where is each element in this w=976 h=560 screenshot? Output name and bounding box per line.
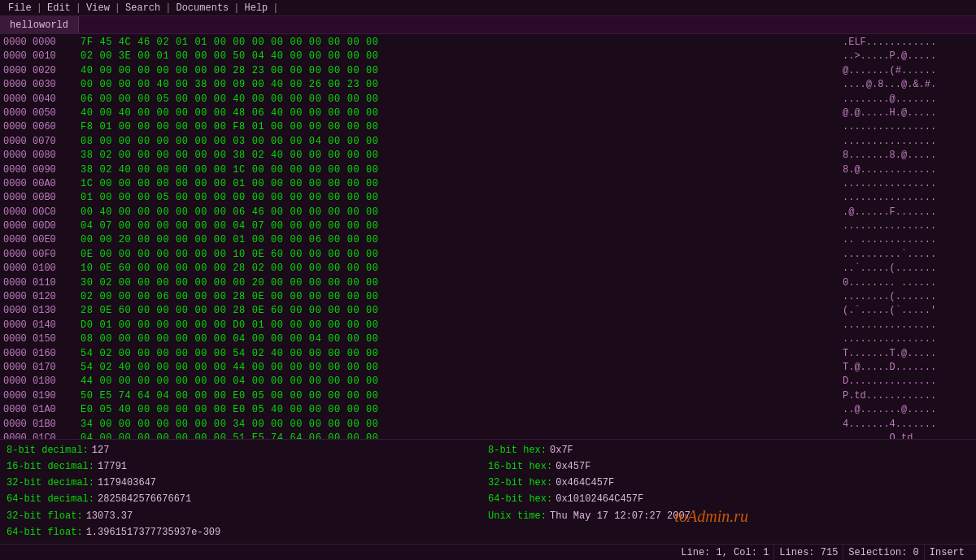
hex-row: 0000 005040 00 40 00 00 00 00 00 48 06 4… (3, 106, 973, 120)
hex-bytes: 54 02 40 00 00 00 00 00 44 00 00 00 00 0… (81, 361, 843, 375)
menu-help[interactable]: Help (239, 2, 272, 14)
bit16-hex-value: 0x457F (556, 459, 590, 475)
hex-row: 0000 004006 00 00 00 05 00 00 00 40 00 0… (3, 93, 973, 106)
hex-address: 0000 00E0 (3, 233, 81, 247)
hex-row: 0000 00E000 00 20 00 00 00 00 00 01 00 0… (3, 233, 973, 247)
hex-ascii: ................ (843, 319, 973, 332)
hex-row: 0000 015008 00 00 00 00 00 00 00 04 00 0… (3, 332, 973, 346)
hex-ascii: 0........ ...... (843, 276, 973, 290)
hex-row: 0000 0060F8 01 00 00 00 00 00 00 F8 01 0… (3, 120, 973, 134)
hex-address: 0000 0080 (3, 149, 81, 163)
hex-address: 0000 0140 (3, 319, 81, 332)
hex-ascii: ..@.......@..... (843, 403, 973, 417)
hex-address: 0000 01B0 (3, 418, 81, 432)
bit64-decimal-row: 64-bit decimal: 2825842576676671 (7, 492, 488, 507)
hex-bytes: 00 40 00 00 00 00 00 00 06 46 00 00 00 0… (81, 206, 843, 219)
info-panel: 8-bit decimal: 127 8-bit hex: 0x7F 16-bi… (0, 439, 976, 544)
hex-address: 0000 0070 (3, 135, 81, 149)
hex-ascii: 8.......8.@..... (843, 149, 973, 163)
bit64-hex-row: 64-bit hex: 0x10102464C457F (488, 492, 969, 507)
menu-documents[interactable]: Documents (171, 2, 233, 14)
bit8-hex-label: 8-bit hex: (488, 443, 547, 458)
tab-helloworld[interactable]: helloworld (0, 16, 79, 33)
hex-bytes: 40 00 00 00 00 00 00 00 28 23 00 00 00 0… (81, 64, 843, 78)
main-content: 0000 00007F 45 4C 46 02 01 01 00 00 00 0… (0, 34, 976, 544)
bit16-decimal-row: 16-bit decimal: 17791 (7, 459, 488, 475)
hex-ascii: @.......(#...... (843, 64, 973, 78)
hex-ascii: ................ (843, 120, 973, 134)
hex-bytes: 7F 45 4C 46 02 01 01 00 00 00 00 00 00 0… (81, 36, 843, 50)
hex-bytes: 30 02 00 00 00 00 00 00 00 20 00 00 00 0… (81, 276, 843, 290)
hex-bytes: 28 0E 60 00 00 00 00 00 28 0E 60 00 00 0… (81, 304, 843, 318)
hex-ascii: ........(....... (843, 290, 973, 304)
hex-ascii: (.`.....(`.....' (843, 304, 973, 318)
menu-sep-6: | (272, 2, 278, 14)
hex-address: 0000 00F0 (3, 248, 81, 262)
bit32-hex-value: 0x464C457F (556, 475, 614, 491)
bit32-decimal-label: 32-bit decimal: (7, 475, 94, 491)
bit16-hex-row: 16-bit hex: 0x457F (488, 459, 969, 475)
watermark-spacer (488, 525, 969, 540)
hex-ascii: ....@.8...@.&.#. (843, 78, 973, 92)
hex-bytes: D0 01 00 00 00 00 00 00 D0 01 00 00 00 0… (81, 319, 843, 332)
hex-bytes: F8 01 00 00 00 00 00 00 F8 01 00 00 00 0… (81, 120, 843, 134)
hex-row: 0000 017054 02 40 00 00 00 00 00 44 00 0… (3, 361, 973, 375)
hex-address: 0000 0000 (3, 36, 81, 50)
status-bar: Line: 1, Col: 1 Lines: 715 Selection: 0 … (0, 544, 976, 560)
float32-label: 32-bit float: (7, 509, 83, 524)
bit32-decimal-row: 32-bit decimal: 1179403647 (7, 475, 488, 491)
hex-ascii: ........@....... (843, 93, 973, 106)
bit32-hex-label: 32-bit hex: (488, 475, 552, 491)
hex-row: 0000 018044 00 00 00 00 00 00 00 04 00 0… (3, 375, 973, 389)
hex-bytes: 04 07 00 00 00 00 00 00 04 07 00 00 00 0… (81, 219, 843, 233)
hex-ascii: D............... (843, 375, 973, 389)
status-lines: Lines: 715 (773, 545, 843, 560)
hex-row: 0000 012002 00 00 00 06 00 00 00 28 0E 0… (3, 290, 973, 304)
float64-value: 1.3961517377735937e-309 (86, 525, 221, 540)
hex-address: 0000 0090 (3, 163, 81, 177)
hex-ascii: 8.@............. (843, 163, 973, 177)
menu-view[interactable]: View (81, 2, 115, 14)
bit32-decimal-value: 1179403647 (98, 475, 156, 491)
hex-bytes: 0E 00 00 00 00 00 00 00 10 0E 60 00 00 0… (81, 248, 843, 262)
bit64-hex-value: 0x10102464C457F (556, 492, 643, 507)
hex-ascii: .ELF............ (843, 36, 973, 50)
float64-row: 64-bit float: 1.3961517377735937e-309 (7, 525, 488, 540)
hex-ascii: P.td............ (843, 389, 973, 403)
hex-bytes: 1C 00 00 00 00 00 00 00 01 00 00 00 00 0… (81, 177, 843, 191)
hex-address: 0000 0030 (3, 78, 81, 92)
hex-bytes: 04 00 00 00 00 00 00 00 51 E5 74 64 06 0… (81, 432, 843, 439)
hex-address: 0000 0010 (3, 50, 81, 63)
hex-ascii: 4.......4....... (843, 418, 973, 432)
unix-value: Thu May 17 12:07:27 2007 (550, 509, 691, 524)
hex-address: 0000 00A0 (3, 177, 81, 191)
hex-address: 0000 00D0 (3, 219, 81, 233)
hex-bytes: 40 00 40 00 00 00 00 00 48 06 40 00 00 0… (81, 106, 843, 120)
watermark: toAdmin.ru (674, 507, 748, 526)
float32-row: 32-bit float: 13073.37 (7, 509, 488, 524)
hex-ascii: ................ (843, 177, 973, 191)
hex-row: 0000 003000 00 00 00 40 00 38 00 09 00 4… (3, 78, 973, 92)
menu-sep-5: | (233, 2, 239, 14)
hex-row: 0000 013028 0E 60 00 00 00 00 00 28 0E 6… (3, 304, 973, 318)
hex-bytes: 02 00 00 00 06 00 00 00 28 0E 00 00 00 0… (81, 290, 843, 304)
hex-bytes: 34 00 00 00 00 00 00 00 34 00 00 00 00 0… (81, 418, 843, 432)
hex-ascii: .. ............. (843, 233, 973, 247)
status-selection: Selection: 0 (843, 545, 923, 560)
hex-row: 0000 016054 02 00 00 00 00 00 00 54 02 4… (3, 347, 973, 361)
hex-ascii: ................ (843, 191, 973, 205)
menu-file[interactable]: File (3, 2, 37, 14)
hex-ascii: @.@.....H.@..... (843, 106, 973, 120)
hex-address: 0000 0060 (3, 120, 81, 134)
hex-address: 0000 0190 (3, 389, 81, 403)
menu-edit[interactable]: Edit (42, 2, 76, 14)
hex-ascii: T.@.....D....... (843, 361, 973, 375)
menu-search[interactable]: Search (120, 2, 165, 14)
hex-row: 0000 00A01C 00 00 00 00 00 00 00 01 00 0… (3, 177, 973, 191)
hex-row: 0000 019050 E5 74 64 04 00 00 00 E0 05 0… (3, 389, 973, 403)
hex-address: 0000 0130 (3, 304, 81, 318)
hex-row: 0000 00D004 07 00 00 00 00 00 00 04 07 0… (3, 219, 973, 233)
hex-row: 0000 009038 02 40 00 00 00 00 00 1C 00 0… (3, 163, 973, 177)
hex-address: 0000 0180 (3, 375, 81, 389)
hex-ascii: ................ (843, 219, 973, 233)
